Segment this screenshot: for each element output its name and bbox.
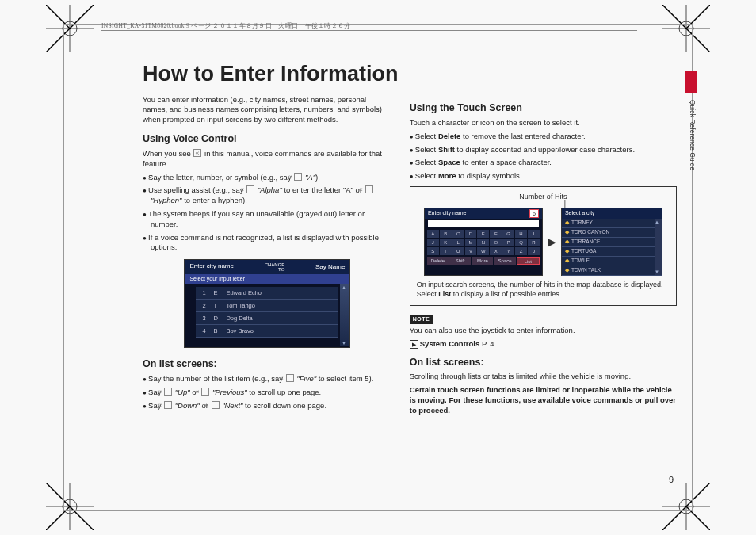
list1-heading: On list screens: xyxy=(143,357,392,371)
note-block: NOTE You can also use the joystick to en… xyxy=(410,314,677,349)
list2-p2: Certain touch screen functions are limit… xyxy=(410,385,677,415)
screenshot-caption: On input search screens, the number of h… xyxy=(417,281,670,299)
voice-command-icon xyxy=(365,185,373,193)
touch-lead: Touch a character or icon on the screen … xyxy=(410,118,677,128)
voice-command-icon xyxy=(286,374,294,382)
pointer-icon: │ xyxy=(461,203,670,206)
voice-command-icon xyxy=(164,388,172,396)
list1-bullets: Say the number of the list item (e.g., s… xyxy=(143,374,392,411)
voice-heading: Using Voice Control xyxy=(143,132,392,146)
touch-heading: Using the Touch Screen xyxy=(410,101,677,115)
screenshot-keyboard: Enter city name6 ABCDEFGHIJKLMNOPQRSTUVW… xyxy=(424,208,543,276)
voice-command-icon xyxy=(294,173,302,181)
hits-label: Number of Hits xyxy=(417,192,670,201)
page-title: How to Enter Information xyxy=(143,62,398,86)
voice-command-icon xyxy=(246,185,254,193)
intro-text: You can enter information (e.g., city na… xyxy=(143,95,392,124)
touch-bullets: Select Delete to remove the last entered… xyxy=(410,132,677,182)
voice-command-icon xyxy=(201,388,209,396)
voice-lead: When you see in this manual, voice comma… xyxy=(143,149,392,170)
list2-p1: Scrolling through lists or tabs is limit… xyxy=(410,372,677,382)
note-badge: NOTE xyxy=(410,315,433,323)
voice-bullets: Say the letter, number, or symbol (e.g.,… xyxy=(143,173,392,254)
screenshot-voice-list: Enter city nameCHANGETOSay Name Select y… xyxy=(184,259,350,348)
header-meta: INSIGHT_KA-31TM8820.book 9 ページ ２０１１年８月９日… xyxy=(101,22,351,30)
arrow-right-icon: ▶ xyxy=(548,235,556,250)
list2-heading: On list screens: xyxy=(410,356,677,369)
voice-command-icon xyxy=(193,149,201,157)
side-tab xyxy=(685,71,697,93)
voice-command-icon xyxy=(212,401,220,409)
voice-command-icon xyxy=(164,401,172,409)
side-label: Quick Reference Guide xyxy=(689,100,696,170)
screenshot-box: Number of Hits │ Enter city name6 ABCDEF… xyxy=(410,186,677,307)
screenshot-city-list: Select a city ◆TORNEY◆TORO CANYON◆TORRAN… xyxy=(561,208,662,276)
link-ref-icon: ▶ xyxy=(410,340,418,349)
header-rule xyxy=(101,30,637,31)
